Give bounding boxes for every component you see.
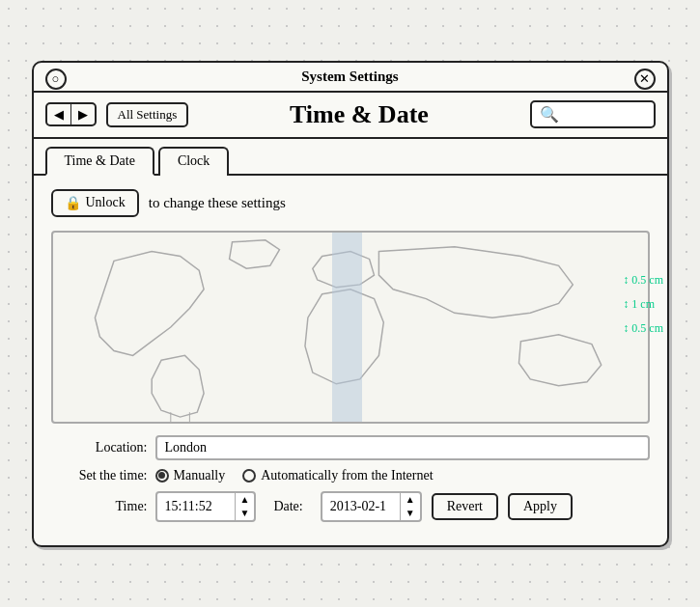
- radio-group: Manually Automatically from the Internet: [155, 468, 434, 483]
- apply-button[interactable]: Apply: [508, 493, 573, 520]
- nav-buttons: ◀ ▶: [45, 102, 97, 126]
- time-date-row: 15:11:52 ▲ ▼ Date: 2013-02-1 ▲ ▼ Re: [155, 491, 573, 522]
- search-box: 🔍: [530, 100, 656, 128]
- main-window: ○ System Settings ✕ ◀ ▶ All Settings Tim…: [32, 61, 669, 547]
- tab-time-date[interactable]: Time & Date: [45, 147, 154, 176]
- date-spinner-arrows: ▲ ▼: [400, 493, 420, 520]
- timezone-highlight: [332, 233, 362, 422]
- date-value: 2013-02-1: [322, 496, 400, 517]
- tabs-bar: Time & Date Clock: [34, 139, 667, 176]
- date-up-arrow[interactable]: ▲: [401, 493, 420, 507]
- window-open-button[interactable]: ○: [45, 69, 67, 90]
- title-bar: ○ System Settings ✕: [34, 63, 667, 93]
- nav-forward-button[interactable]: ▶: [71, 104, 95, 124]
- time-up-arrow[interactable]: ▲: [236, 493, 255, 507]
- date-spinner: 2013-02-1 ▲ ▼: [321, 491, 422, 522]
- content-area: 🔒 🔒 Unlock Unlock to change these settin…: [34, 176, 667, 545]
- all-settings-button[interactable]: All Settings: [106, 102, 189, 127]
- date-label: Date:: [273, 499, 302, 514]
- tab-clock[interactable]: Clock: [158, 147, 229, 176]
- time-value: 15:11:52: [157, 496, 235, 517]
- unlock-button[interactable]: 🔒 🔒 Unlock Unlock: [51, 189, 139, 217]
- window-title: System Settings: [301, 69, 398, 85]
- toolbar-title: Time & Date: [198, 100, 519, 129]
- search-input[interactable]: [564, 107, 646, 123]
- world-map[interactable]: [51, 231, 650, 424]
- radio-automatically[interactable]: Automatically from the Internet: [242, 468, 433, 483]
- radio-automatically-circle: [242, 469, 256, 483]
- time-label: Time:: [51, 499, 148, 514]
- location-row: Location:: [51, 435, 650, 460]
- time-spinner: 15:11:52 ▲ ▼: [155, 491, 257, 522]
- revert-button[interactable]: Revert: [432, 493, 498, 520]
- date-down-arrow[interactable]: ▼: [401, 507, 420, 520]
- location-label: Location:: [51, 440, 148, 455]
- window-close-button[interactable]: ✕: [634, 69, 656, 90]
- unlock-row: 🔒 🔒 Unlock Unlock to change these settin…: [51, 189, 650, 217]
- set-time-row: Set the time: Manually Automatically fro…: [51, 468, 650, 483]
- time-down-arrow[interactable]: ▼: [236, 507, 255, 520]
- radio-manually-circle: [155, 469, 169, 483]
- search-icon: 🔍: [540, 105, 559, 124]
- lock-icon: 🔒: [65, 195, 81, 211]
- time-spinner-arrows: ▲ ▼: [235, 493, 255, 520]
- set-time-label: Set the time:: [51, 468, 148, 483]
- toolbar: ◀ ▶ All Settings Time & Date 🔍: [34, 93, 667, 139]
- location-input[interactable]: [155, 435, 650, 460]
- radio-manually[interactable]: Manually: [155, 468, 226, 483]
- nav-back-button[interactable]: ◀: [47, 104, 71, 124]
- unlock-message: to change these settings: [149, 195, 286, 211]
- time-date-buttons-row: Time: 15:11:52 ▲ ▼ Date: 2013-02-1 ▲ ▼: [51, 491, 650, 522]
